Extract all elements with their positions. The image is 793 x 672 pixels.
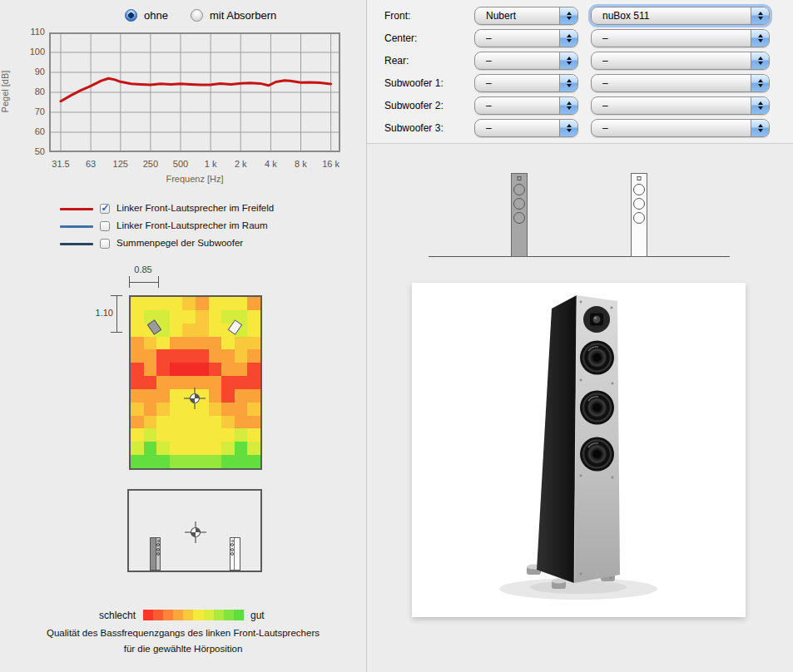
scale-segment	[163, 610, 173, 620]
x-tick-label: 125	[106, 159, 136, 169]
heatmap-cell	[131, 363, 144, 376]
checkbox-freifeld[interactable]: ✓	[100, 204, 110, 214]
heatmap-cell	[235, 349, 248, 363]
heatmap-cell	[247, 376, 260, 389]
heatmap-cell	[209, 337, 222, 350]
heatmap-cell	[221, 376, 235, 389]
heatmap-cell	[182, 428, 196, 442]
brand-dropdown-front[interactable]: Nubert	[474, 7, 578, 25]
front-view-left-speaker	[150, 537, 161, 571]
driver-dot	[230, 548, 234, 551]
heatmap-cell	[247, 337, 260, 350]
heatmap-cell	[170, 297, 183, 310]
heatmap-cell	[170, 416, 183, 429]
heatmap-cell	[221, 403, 235, 416]
model-dropdown-front[interactable]: nuBox 511	[591, 7, 770, 25]
dimension-tick	[111, 295, 122, 296]
checkbox-raum[interactable]: ✓	[100, 221, 110, 231]
heatmap-cell	[170, 363, 183, 376]
legend-label: Summenpegel der Subwoofer	[116, 238, 243, 248]
model-dropdown-subwoofer-1[interactable]: –	[591, 74, 770, 92]
legend-label: Linker Front-Lautsprecher im Freifeld	[116, 203, 274, 213]
heatmap-cell	[247, 310, 260, 324]
radio-ohne[interactable]	[125, 9, 137, 22]
heatmap-cell	[170, 349, 183, 363]
scale-segment	[143, 610, 153, 620]
heatmap-cell	[156, 349, 170, 363]
heatmap-cell	[235, 416, 248, 429]
heatmap-cell	[235, 442, 248, 455]
heatmap-cell	[156, 403, 170, 416]
heatmap-cell	[247, 363, 260, 376]
legend-line-navy	[60, 243, 93, 245]
model-dropdown-rear[interactable]: –	[591, 52, 770, 70]
heatmap-cell	[247, 297, 260, 310]
x-tick-label: 1 k	[196, 159, 226, 169]
heatmap-cell	[156, 428, 170, 442]
absorber-radio-group: ohne mit Absorbern	[0, 8, 366, 25]
heatmap-cell	[170, 324, 183, 337]
heatmap-cell	[182, 442, 196, 455]
heatmap-cell	[156, 416, 170, 429]
heatmap-cell	[196, 297, 209, 310]
heatmap-cell	[221, 428, 235, 442]
heatmap-cell	[221, 363, 235, 376]
label-subwoofer-3: Subwoofer 3:	[384, 119, 444, 137]
heatmap-cell	[144, 442, 157, 455]
model-dropdown-center[interactable]: –	[591, 29, 770, 47]
heatmap-cell	[156, 455, 170, 468]
heatmap-cell	[156, 337, 170, 350]
radio-ohne-label: ohne	[144, 9, 168, 22]
listening-position-crosshair[interactable]	[184, 388, 206, 409]
radio-mit-absorbern[interactable]	[191, 9, 203, 22]
listening-height-crosshair[interactable]	[185, 521, 206, 543]
model-dropdown-subwoofer-3[interactable]: –	[591, 119, 770, 137]
heatmap-cell	[196, 416, 209, 429]
y-tick-label: 50	[17, 146, 45, 156]
heatmap-cell	[221, 297, 235, 310]
brand-dropdown-subwoofer-3[interactable]: –	[474, 119, 578, 137]
driver-dot	[230, 543, 234, 546]
dimension-tick	[158, 276, 159, 288]
brand-dropdown-subwoofer-1[interactable]: –	[474, 74, 578, 92]
heatmap-cell	[170, 455, 183, 468]
heatmap-cell	[170, 403, 183, 416]
scale-segment	[224, 610, 234, 620]
stepper-arrows-icon	[559, 52, 577, 69]
scale-segment	[153, 610, 163, 620]
brand-dropdown-center[interactable]: –	[474, 29, 578, 47]
label-front: Front:	[384, 7, 410, 25]
driver-dot	[230, 552, 234, 556]
heatmap-cell	[131, 349, 144, 363]
heatmap-cell	[131, 324, 144, 337]
heatmap-cell	[170, 376, 183, 389]
checkbox-subwoofer[interactable]: ✓	[100, 239, 110, 249]
dimension-height-label: 1.10	[83, 308, 113, 318]
heatmap-cell	[131, 455, 144, 468]
tweeter	[583, 306, 610, 333]
heatmap-cell	[170, 337, 183, 350]
model-dropdown-subwoofer-2[interactable]: –	[591, 96, 770, 115]
brand-dropdown-subwoofer-2[interactable]: –	[474, 96, 578, 115]
heatmap-cell	[247, 428, 260, 442]
heatmap-cell	[235, 337, 248, 350]
label-subwoofer-1: Subwoofer 1:	[384, 74, 444, 92]
legend-label: Linker Front-Lautsprecher im Raum	[116, 220, 268, 230]
stepper-arrows-icon	[559, 75, 577, 91]
check-icon: ✓	[102, 202, 110, 214]
heatmap-cell	[209, 403, 222, 416]
x-tick-label: 8 k	[285, 159, 315, 169]
heatmap-cell	[156, 442, 170, 455]
heatmap-cell	[156, 389, 170, 403]
heatmap-cell	[221, 416, 235, 429]
brand-dropdown-rear[interactable]: –	[474, 52, 578, 70]
heatmap-cell	[144, 349, 157, 363]
heatmap-cell	[196, 337, 209, 350]
scale-label-gut: gut	[250, 610, 265, 621]
heatmap-cell	[221, 442, 235, 455]
woofer	[580, 437, 614, 472]
dimension-width-label: 0.85	[125, 264, 161, 274]
dimension-tick	[111, 332, 122, 333]
dropdown-value: –	[486, 75, 492, 91]
scale-label-schlecht: schlecht	[50, 610, 136, 621]
